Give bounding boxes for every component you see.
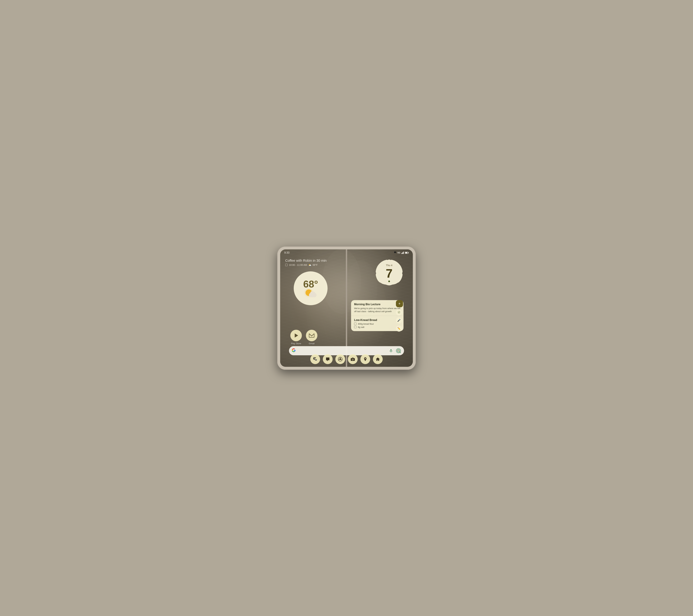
note-2-title: Low-Knead Bread [354, 319, 400, 322]
weather-widget[interactable]: 68° [294, 271, 328, 305]
note-item-2[interactable]: Low-Knead Bread 400g bread flour 8g salt [351, 316, 403, 331]
svg-point-22 [398, 350, 398, 351]
note-2-checklist: 400g bread flour 8g salt [354, 323, 400, 329]
svg-point-37 [365, 358, 366, 359]
cloud-icon [309, 293, 317, 297]
device-screen: 9:30 5G Coffee with Robin in 3 [280, 250, 413, 367]
note-1-body: We're going to pick up today from where … [354, 307, 400, 313]
weather-temperature: 68° [303, 279, 318, 289]
svg-rect-18 [391, 349, 392, 351]
dock-maps[interactable] [360, 354, 370, 364]
dock-messages[interactable] [323, 354, 333, 364]
check-label-2: 8g salt [358, 326, 364, 329]
dock-camera[interactable] [348, 354, 358, 364]
dock-home[interactable] [373, 354, 383, 364]
svg-point-23 [398, 350, 399, 351]
check-item-2: 8g salt [354, 326, 400, 329]
svg-line-21 [399, 352, 401, 353]
battery-icon [405, 252, 409, 254]
svg-marker-27 [327, 360, 328, 361]
svg-point-35 [352, 359, 353, 360]
event-widget[interactable]: Coffee with Robin in 30 min 10:00 - 11:0… [285, 259, 326, 266]
svg-point-25 [398, 351, 399, 352]
app-gmail[interactable]: Gmail [306, 330, 317, 345]
weather-icon [305, 290, 317, 297]
check-icon: ☑ [398, 311, 400, 314]
svg-marker-13 [295, 334, 298, 338]
notes-add-button[interactable]: + [396, 300, 403, 307]
status-bar: 9:30 5G [280, 250, 413, 256]
calendar-event-dot [388, 280, 390, 282]
network-label: 5G [397, 252, 400, 254]
device-frame: 9:30 5G Coffee with Robin in 3 [277, 246, 416, 370]
app-icons-row: Play Store Gmail [290, 330, 317, 345]
notes-mic-button[interactable]: 🎤 [396, 317, 402, 323]
dock-chrome[interactable] [335, 354, 345, 364]
google-logo [292, 348, 296, 353]
weather-emoji: ⛅ [309, 264, 311, 266]
checkbox-2[interactable] [354, 326, 356, 328]
search-lens-button[interactable] [396, 348, 401, 354]
calendar-day: Thu 4 [386, 264, 392, 266]
calendar-date: 7 [386, 267, 393, 279]
dock-phone[interactable]: 📞 [310, 354, 320, 364]
svg-point-24 [398, 351, 398, 352]
event-weather: 68°F [313, 264, 318, 266]
search-mic-button[interactable] [388, 348, 394, 354]
svg-text:📞: 📞 [313, 357, 317, 361]
svg-point-29 [339, 358, 341, 360]
play-store-label: Play Store [291, 342, 301, 345]
gmail-label: Gmail [309, 342, 315, 345]
add-icon: + [398, 302, 401, 305]
check-label-1: 400g bread flour [358, 323, 374, 325]
note-item-1[interactable]: Morning Bio Lecture We're going to pick … [351, 300, 403, 316]
notes-action-buttons: + ☑ 🎤 ✏️ [396, 300, 403, 332]
svg-rect-36 [352, 358, 354, 358]
note-1-title: Morning Bio Lecture [354, 303, 400, 306]
event-time: 10:00 - 11:00 AM [289, 264, 307, 266]
check-item-1: 400g bread flour [354, 323, 400, 325]
camera-notch [394, 252, 396, 253]
lens-icon [396, 349, 401, 353]
calendar-small-icon [285, 264, 288, 266]
checkbox-1[interactable] [354, 323, 356, 325]
notes-check-button[interactable]: ☑ [396, 309, 402, 315]
app-play-store[interactable]: Play Store [290, 330, 302, 345]
mic-icon: 🎤 [397, 319, 401, 322]
notes-edit-button[interactable]: ✏️ [396, 325, 402, 332]
gmail-icon [306, 330, 317, 341]
event-title: Coffee with Robin in 30 min [285, 259, 326, 263]
event-details: 10:00 - 11:00 AM ⛅ 68°F [285, 264, 326, 266]
dock: 📞 [310, 354, 383, 364]
status-icons: 5G [397, 252, 409, 254]
search-bar[interactable] [289, 346, 404, 355]
svg-marker-38 [376, 357, 380, 361]
edit-icon: ✏️ [397, 327, 401, 330]
status-time: 9:30 [284, 251, 290, 254]
signal-icon [401, 252, 404, 254]
notes-widget[interactable]: Morning Bio Lecture We're going to pick … [351, 300, 403, 331]
play-store-icon [290, 330, 302, 341]
